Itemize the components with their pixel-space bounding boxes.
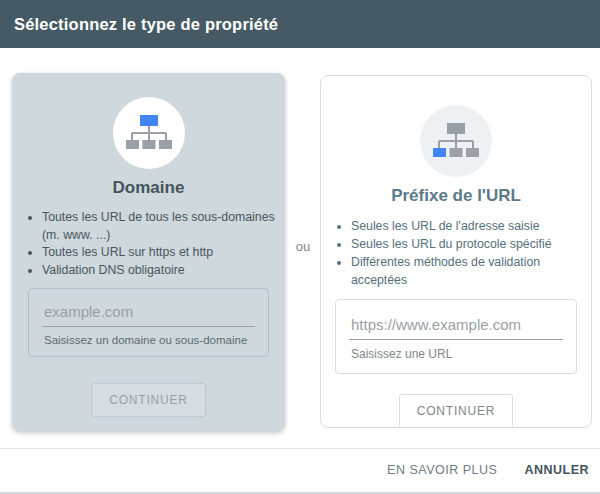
sitemap-url-prefix-icon (432, 121, 480, 161)
domain-property-card[interactable]: Domaine Toutes les URL de tous les sous-… (12, 73, 285, 431)
url-prefix-continue-button[interactable]: CONTINUER (399, 394, 514, 428)
url-prefix-input-helper: Saisissez une URL (349, 347, 563, 361)
cancel-button[interactable]: ANNULER (524, 463, 589, 477)
domain-feature-item: Toutes les URL de tous les sous-domaines… (42, 209, 275, 244)
url-prefix-feature-list: Seules les URL de l'adresse saisie Seule… (321, 217, 591, 289)
dialog-header: Sélectionnez le type de propriété (0, 0, 600, 48)
or-divider-label: ou (292, 239, 314, 254)
url-prefix-input[interactable] (349, 316, 563, 340)
sitemap-domain-icon (125, 113, 173, 153)
domain-continue-button[interactable]: CONTINUER (91, 383, 206, 417)
domain-input[interactable] (42, 303, 255, 327)
url-prefix-property-card[interactable]: Préfixe de l'URL Seules les URL de l'adr… (320, 75, 592, 428)
domain-input-box: Saisissez un domaine ou sous-domaine (28, 288, 269, 357)
dialog-title: Sélectionnez le type de propriété (14, 15, 278, 34)
url-prefix-input-box: Saisissez une URL (335, 299, 577, 374)
url-prefix-feature-item: Différentes méthodes de validation accep… (351, 253, 581, 289)
domain-feature-item: Validation DNS obligatoire (42, 262, 275, 280)
url-prefix-feature-item: Seules les URL de l'adresse saisie (351, 217, 581, 235)
url-prefix-card-title: Préfixe de l'URL (321, 186, 591, 206)
domain-input-helper: Saisissez un domaine ou sous-domaine (42, 334, 255, 346)
domain-feature-item: Toutes les URL sur https et http (42, 244, 275, 262)
select-property-type-dialog: Sélectionnez le type de propriété Domain… (0, 0, 600, 494)
domain-icon-circle (113, 97, 185, 169)
domain-card-title: Domaine (12, 178, 285, 198)
learn-more-link[interactable]: EN SAVOIR PLUS (387, 463, 497, 477)
dialog-footer: EN SAVOIR PLUS ANNULER (0, 449, 600, 490)
url-prefix-feature-item: Seules les URL du protocole spécifié (351, 235, 581, 253)
url-prefix-icon-circle (420, 105, 492, 177)
domain-feature-list: Toutes les URL de tous les sous-domaines… (12, 209, 285, 279)
